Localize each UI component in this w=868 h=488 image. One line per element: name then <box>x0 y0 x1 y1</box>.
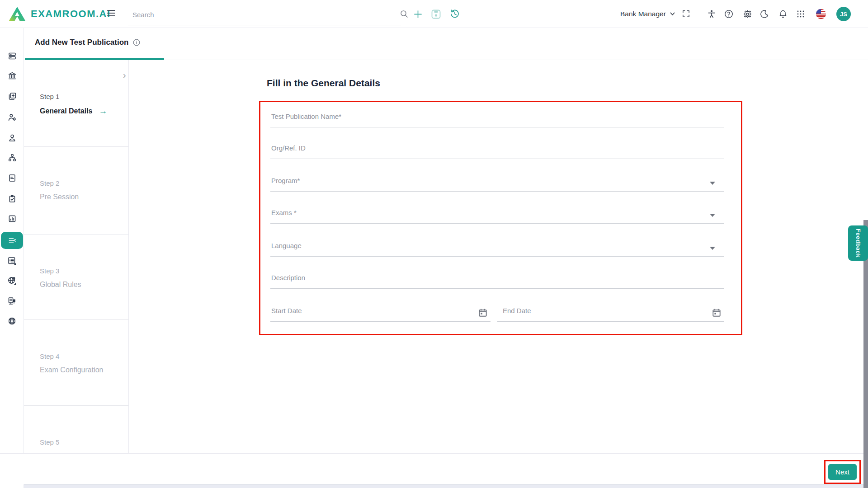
save-icon[interactable] <box>431 9 441 19</box>
sidebar-institution-icon[interactable] <box>0 66 24 86</box>
top-header: EXAMROOM.AI Bank Manager <box>0 0 868 28</box>
add-icon[interactable] <box>414 10 422 19</box>
chevron-down-icon <box>670 12 675 16</box>
description-input[interactable] <box>270 270 724 288</box>
sidebar-server-icon[interactable] <box>0 291 24 311</box>
start-date-field <box>270 303 491 322</box>
step-panel: › Step 1 General Details → Step 2 Pre Se… <box>24 60 129 453</box>
dropdown-arrow-icon[interactable] <box>710 214 715 217</box>
sidebar-globe-icon[interactable] <box>0 311 24 331</box>
org-ref-id-field <box>270 141 724 159</box>
sidebar-document-icon[interactable] <box>0 168 24 188</box>
sidebar-dashboard-icon[interactable] <box>0 46 24 66</box>
exams-select[interactable] <box>270 205 724 223</box>
footer-bar <box>0 453 868 484</box>
language-select[interactable] <box>270 238 724 256</box>
fullscreen-icon[interactable] <box>682 9 690 18</box>
icon-sidebar <box>0 28 24 488</box>
org-ref-id-input[interactable] <box>270 141 724 159</box>
notifications-icon[interactable] <box>778 9 788 19</box>
help-icon[interactable] <box>724 9 733 19</box>
language-flag-icon[interactable] <box>816 9 826 19</box>
logo[interactable]: EXAMROOM.AI <box>8 4 111 24</box>
arrow-right-icon: → <box>99 106 108 116</box>
logo-triangle-icon <box>8 4 26 24</box>
sidebar-user-icon[interactable] <box>0 128 24 148</box>
step-label: Pre Session <box>40 193 79 201</box>
app-root: EXAMROOM.AI Bank Manager <box>0 0 868 488</box>
step-item-global-rules[interactable]: Step 3 Global Rules <box>24 235 128 320</box>
logo-text: EXAMROOM.AI <box>31 8 111 20</box>
exams-field <box>270 205 724 224</box>
search-icon[interactable] <box>400 9 409 19</box>
calendar-icon[interactable] <box>478 308 488 318</box>
step-number: Step 3 <box>40 267 59 275</box>
step-label: Exam Configuration <box>40 366 104 374</box>
accessibility-icon[interactable] <box>707 9 716 19</box>
language-field <box>270 238 724 257</box>
horizontal-scrollbar-track[interactable] <box>0 484 868 488</box>
test-publication-name-field <box>270 109 724 127</box>
history-icon[interactable] <box>450 9 460 19</box>
form-heading: Fill in the General Details <box>267 78 380 89</box>
dropdown-arrow-icon[interactable] <box>710 247 715 250</box>
sidebar-menu-collapse-icon[interactable] <box>1 232 23 249</box>
step-item-step5[interactable]: Step 5 <box>24 406 128 453</box>
test-publication-name-input[interactable] <box>270 109 724 127</box>
role-selector[interactable]: Bank Manager <box>620 0 675 28</box>
sidebar-add-copy-icon[interactable] <box>0 86 24 106</box>
search-input[interactable] <box>128 6 401 25</box>
description-field <box>270 270 724 289</box>
end-date-input[interactable] <box>497 303 724 321</box>
calendar-icon[interactable] <box>712 308 722 318</box>
apps-grid-icon[interactable] <box>796 9 805 19</box>
step-number: Step 1 <box>40 93 59 100</box>
page-title: Add New Test Publication <box>35 38 128 47</box>
info-icon[interactable] <box>133 39 140 46</box>
step-number: Step 5 <box>40 438 59 446</box>
sidebar-list-detail-icon[interactable] <box>0 251 24 271</box>
step-label: Global Rules <box>40 281 81 289</box>
sidebar-org-chart-icon[interactable] <box>0 148 24 168</box>
step-number: Step 2 <box>40 179 59 187</box>
step-item-general-details[interactable]: Step 1 General Details → <box>24 60 128 147</box>
step-item-exam-configuration[interactable]: Step 4 Exam Configuration <box>24 320 128 406</box>
sidebar-user-settings-icon[interactable] <box>0 108 24 127</box>
sidebar-clipboard-check-icon[interactable] <box>0 189 24 209</box>
program-field <box>270 173 724 192</box>
start-date-input[interactable] <box>270 303 491 321</box>
step-number: Step 4 <box>40 352 59 360</box>
step-item-pre-session[interactable]: Step 2 Pre Session <box>24 147 128 235</box>
tab-bar: Add New Test Publication <box>24 28 868 60</box>
step-label: General Details <box>40 107 93 115</box>
role-selector-label: Bank Manager <box>620 10 666 18</box>
dropdown-arrow-icon[interactable] <box>710 182 715 185</box>
end-date-field <box>497 303 724 322</box>
search-field <box>128 6 401 25</box>
avatar[interactable]: JS <box>836 7 851 21</box>
menu-icon[interactable] <box>107 10 115 18</box>
feedback-tab[interactable]: Feedback <box>848 225 868 261</box>
dark-mode-icon[interactable] <box>760 9 769 19</box>
program-select[interactable] <box>270 173 724 191</box>
sidebar-globe-shortcut-icon[interactable] <box>0 271 24 291</box>
next-button[interactable]: Next <box>828 464 857 480</box>
sidebar-report-chart-icon[interactable] <box>0 209 24 229</box>
settings-icon[interactable] <box>743 9 752 19</box>
avatar-initials: JS <box>840 11 847 18</box>
